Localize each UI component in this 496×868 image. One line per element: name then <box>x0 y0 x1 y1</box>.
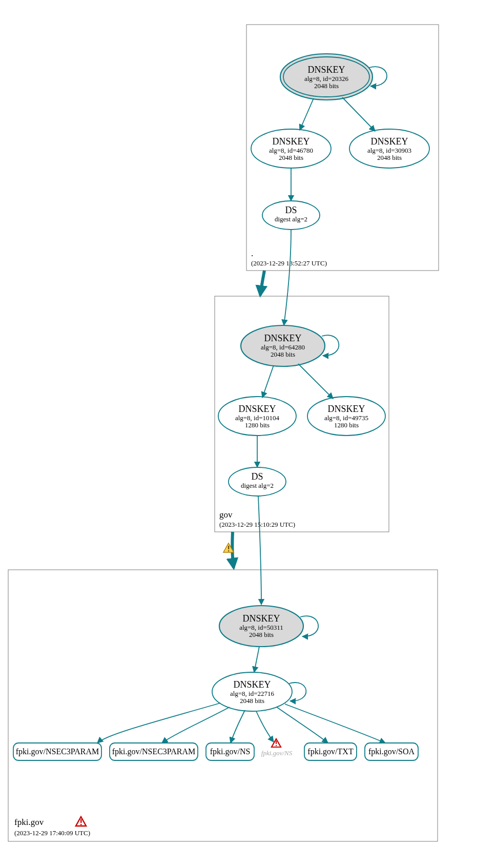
svg-rect-18 <box>276 741 277 744</box>
edge <box>298 364 333 399</box>
node-title: DS <box>251 471 263 482</box>
node-gov-ksk[interactable]: DNSKEY alg=8, id=64280 2048 bits <box>241 325 325 366</box>
node-gov-ds[interactable]: DS digest alg=2 <box>229 467 286 496</box>
node-title: DNSKEY <box>238 404 276 414</box>
node-title: DNSKEY <box>370 136 408 147</box>
node-title: DNSKEY <box>272 136 309 147</box>
node-detail: alg=8, id=46780 <box>269 147 313 154</box>
zone-ts-gov: (2023-12-29 15:10:29 UTC) <box>219 521 295 528</box>
node-detail: alg=8, id=20326 <box>304 75 349 82</box>
rrset-label: fpki.gov/NSEC3PARAM <box>16 747 99 756</box>
node-detail: alg=8, id=49735 <box>324 414 368 422</box>
rrset-label: fpki.gov/NSEC3PARAM <box>112 747 196 756</box>
edge <box>258 496 261 605</box>
rrset-label: fpki.gov/NS <box>261 749 293 757</box>
edge <box>97 703 220 743</box>
rrset-label: fpki.gov/SOA <box>368 747 415 756</box>
svg-rect-12 <box>228 550 229 551</box>
zone-ts-fpki: (2023-12-29 17:40:09 UTC) <box>14 829 90 837</box>
node-root-ksk[interactable]: DNSKEY alg=8, id=20326 2048 bits <box>280 54 373 100</box>
zone-name-gov: gov <box>219 510 233 520</box>
node-detail: 2048 bits <box>271 350 295 358</box>
edge <box>262 365 274 398</box>
rrset-label: fpki.gov/TXT <box>307 747 354 756</box>
node-title: DNSKEY <box>242 613 280 624</box>
node-detail: alg=8, id=30903 <box>367 147 411 154</box>
rrset-ns[interactable]: fpki.gov/NS <box>206 743 254 760</box>
error-icon <box>76 817 86 826</box>
node-detail: alg=8, id=50311 <box>239 624 283 631</box>
node-detail: 2048 bits <box>314 82 339 90</box>
node-root-zsk1[interactable]: DNSKEY alg=8, id=46780 2048 bits <box>251 129 331 168</box>
node-root-ds[interactable]: DS digest alg=2 <box>262 201 320 230</box>
svg-rect-19 <box>276 745 277 746</box>
node-fpki-ksk[interactable]: DNSKEY alg=8, id=50311 2048 bits <box>219 606 303 647</box>
error-icon <box>272 739 281 747</box>
rrset-nsec3param-2[interactable]: fpki.gov/NSEC3PARAM <box>110 743 198 760</box>
zone-ts-root: (2023-12-29 13:52:27 UTC) <box>251 259 327 267</box>
node-title: DNSKEY <box>264 333 301 343</box>
edge <box>254 647 259 672</box>
delegation-edge <box>260 271 264 295</box>
zone-name-fpki: fpki.gov <box>14 817 44 827</box>
node-title: DNSKEY <box>307 65 345 75</box>
node-detail: 2048 bits <box>249 631 274 638</box>
dnssec-graph: . (2023-12-29 13:52:27 UTC) gov (2023-12… <box>0 0 496 868</box>
edge <box>162 707 230 743</box>
edge <box>284 230 291 325</box>
node-detail: 1280 bits <box>245 421 270 429</box>
node-detail: alg=8, id=22716 <box>230 690 275 697</box>
node-detail: 1280 bits <box>334 421 359 429</box>
svg-rect-1 <box>80 824 81 825</box>
node-gov-zsk1[interactable]: DNSKEY alg=8, id=10104 1280 bits <box>218 397 296 436</box>
svg-rect-0 <box>80 819 81 823</box>
edge <box>342 97 375 131</box>
node-detail: 2048 bits <box>377 154 402 161</box>
rrset-nsec3param-1[interactable]: fpki.gov/NSEC3PARAM <box>13 743 101 760</box>
node-detail: alg=8, id=10104 <box>235 414 280 422</box>
rrset-txt[interactable]: fpki.gov/TXT <box>304 743 357 760</box>
edge <box>231 710 245 743</box>
zone-name-root: . <box>251 249 253 258</box>
node-detail: 2048 bits <box>279 154 303 161</box>
rrset-label: fpki.gov/NS <box>210 747 251 756</box>
rrset-soa[interactable]: fpki.gov/SOA <box>365 743 418 760</box>
rrset-ns-error[interactable]: fpki.gov/NS <box>261 739 293 757</box>
node-detail: alg=8, id=64280 <box>261 343 305 351</box>
edge <box>300 98 314 130</box>
edge <box>256 711 274 742</box>
edge <box>277 707 328 743</box>
node-title: DNSKEY <box>233 679 271 690</box>
node-title: DNSKEY <box>327 404 365 414</box>
zone-box-fpki <box>8 570 438 841</box>
node-detail: digest alg=2 <box>275 215 307 223</box>
node-detail: digest alg=2 <box>241 482 274 489</box>
node-fpki-zsk[interactable]: DNSKEY alg=8, id=22716 2048 bits <box>212 672 292 711</box>
node-detail: 2048 bits <box>240 697 264 705</box>
node-title: DS <box>285 205 297 215</box>
node-gov-zsk2[interactable]: DNSKEY alg=8, id=49735 1280 bits <box>307 397 385 436</box>
svg-rect-11 <box>228 546 229 549</box>
node-root-zsk2[interactable]: DNSKEY alg=8, id=30903 2048 bits <box>349 129 429 168</box>
